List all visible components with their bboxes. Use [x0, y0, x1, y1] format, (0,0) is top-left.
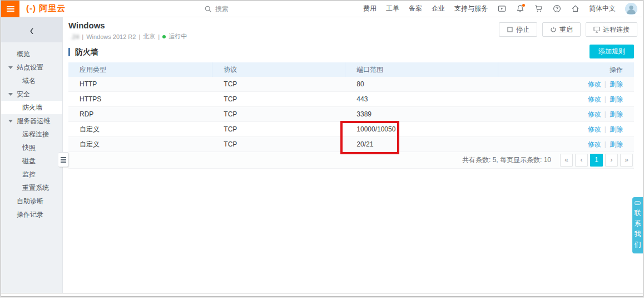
topnav-tickets[interactable]: 工单 — [386, 4, 399, 13]
sidebar-item-snapshot[interactable]: 快照 — [1, 141, 62, 154]
table-row-rdp: RDP TCP 3389 修改 | 删除 — [68, 107, 634, 122]
notifications-bell-icon[interactable] — [516, 4, 524, 13]
restart-button[interactable]: 重启 — [542, 22, 581, 37]
console-icon[interactable] — [497, 4, 506, 13]
sidebar-group-site-settings[interactable]: 站点设置 — [1, 61, 62, 74]
sidebar-item-reset-system[interactable]: 重置系统 — [1, 181, 62, 194]
pagination-last-button[interactable]: » — [620, 154, 633, 167]
instance-os: Windows 2012 R2 — [86, 33, 136, 40]
instance-region: 北京 — [143, 32, 155, 41]
table-header-row: 应用类型 协议 端口范围 操作 — [68, 62, 634, 77]
table-row-https: HTTPS TCP 443 修改 | 删除 — [68, 92, 634, 107]
delete-link[interactable]: 删除 — [610, 125, 623, 134]
status-running-dot-icon — [162, 35, 166, 38]
column-header-protocol: 协议 — [212, 62, 345, 77]
aliyun-logo[interactable]: (-) 阿里云 — [26, 3, 66, 14]
subtitle-separator: | — [158, 33, 160, 40]
topnav-support[interactable]: 支持与服务 — [454, 4, 488, 13]
column-header-actions: 操作 — [498, 62, 634, 77]
action-divider: | — [605, 95, 606, 103]
table-row-http: HTTP TCP 80 修改 | 删除 — [68, 77, 634, 92]
topnav-billing[interactable]: 费用 — [363, 4, 377, 13]
table-footer: 共有条数: 5, 每页显示条数: 10 « ‹ 1 › » — [68, 152, 634, 169]
instance-subtitle: .24 | Windows 2012 R2 | 北京 | 运行中 — [71, 32, 187, 41]
column-header-port-range: 端口范围 — [345, 62, 498, 77]
cell-actions: 修改 | 删除 — [498, 77, 634, 91]
action-divider: | — [605, 80, 606, 88]
cell-actions: 修改 | 删除 — [498, 137, 634, 152]
sidebar-group-security[interactable]: 安全 — [1, 87, 62, 101]
contact-us-tab[interactable]: 联 系 我 们 — [632, 197, 643, 253]
cell-protocol: TCP — [212, 77, 345, 91]
notification-badge-dot — [522, 4, 525, 7]
add-rule-button[interactable]: 添加规则 — [589, 45, 634, 58]
cell-protocol: TCP — [212, 92, 345, 106]
global-search-input[interactable]: 搜索 — [205, 1, 229, 17]
cell-protocol: TCP — [212, 107, 345, 121]
modify-link[interactable]: 修改 — [588, 140, 601, 149]
instance-title: Windows — [68, 21, 105, 30]
cell-protocol: TCP — [212, 137, 345, 152]
cart-icon[interactable] — [534, 4, 543, 13]
aliyun-console-window: (-) 阿里云 搜索 费用 工单 备案 企业 支持与服务 — [1, 0, 643, 297]
instance-actions: 停止 重启 远程连接 — [499, 22, 637, 37]
sidebar-group-server-ops[interactable]: 服务器运维 — [1, 114, 62, 128]
main-content: 防火墙 添加规则 应用类型 协议 端口范围 操作 HTTP TCP 80 修改 … — [63, 42, 643, 293]
user-avatar[interactable] — [625, 3, 637, 15]
modify-link[interactable]: 修改 — [588, 95, 601, 104]
sidebar-item-operation-log[interactable]: 操作记录 — [1, 208, 62, 221]
sidebar-item-firewall[interactable]: 防火墙 — [1, 101, 62, 114]
cell-app-type: RDP — [68, 107, 212, 121]
help-icon[interactable] — [552, 4, 561, 13]
home-icon[interactable] — [571, 4, 579, 13]
chevron-left-icon: ‹ — [30, 23, 34, 37]
modify-link[interactable]: 修改 — [588, 125, 601, 134]
sidebar-item-remote-connection[interactable]: 远程连接 — [1, 128, 62, 141]
action-divider: | — [605, 110, 606, 118]
cell-port-range: 20/21 — [345, 137, 498, 152]
caret-down-icon — [8, 120, 13, 123]
delete-link[interactable]: 删除 — [610, 140, 623, 149]
subtitle-separator: | — [82, 33, 83, 40]
delete-link[interactable]: 删除 — [610, 95, 623, 104]
sidebar-item-monitoring[interactable]: 监控 — [1, 168, 62, 181]
table-row-custom-2: 自定义 TCP 20/21 修改 | 删除 — [68, 137, 634, 152]
sidebar-item-overview[interactable]: 概览 — [1, 47, 62, 61]
topnav-enterprise[interactable]: 企业 — [432, 4, 445, 13]
pagination-page-1-button[interactable]: 1 — [590, 154, 603, 167]
sidebar-item-disk[interactable]: 磁盘 — [1, 154, 62, 168]
instance-ip-redacted: .24 — [71, 33, 79, 40]
instance-status: 运行中 — [169, 32, 187, 41]
cell-protocol: TCP — [212, 122, 345, 136]
pagination-first-button[interactable]: « — [560, 154, 573, 167]
sidebar-nav: 概览 站点设置 域名 安全 防火墙 服务器运维 远程连接 快照 磁盘 监控 重置… — [1, 42, 62, 221]
sidebar-collapse-back-button[interactable]: ‹ — [1, 17, 62, 42]
delete-link[interactable]: 删除 — [610, 110, 623, 119]
topbar: (-) 阿里云 搜索 费用 工单 备案 企业 支持与服务 — [1, 1, 643, 17]
topnav-icp[interactable]: 备案 — [409, 4, 422, 13]
cell-actions: 修改 | 删除 — [498, 92, 634, 106]
cell-app-type: 自定义 — [68, 137, 212, 152]
sidebar-drag-handle[interactable] — [58, 152, 68, 167]
language-selector[interactable]: 简体中文 — [589, 4, 616, 13]
pagination-next-button[interactable]: › — [605, 154, 618, 167]
sidebar: ‹ 概览 站点设置 域名 安全 防火墙 服务器运维 远程连接 快照 磁盘 监控 … — [1, 17, 63, 293]
topnav: 费用 工单 备案 企业 支持与服务 简体中文 — [363, 3, 643, 15]
cell-port-range: 80 — [345, 77, 498, 91]
modify-link[interactable]: 修改 — [588, 110, 601, 119]
cell-actions: 修改 | 删除 — [498, 107, 634, 121]
action-divider: | — [605, 125, 606, 133]
cell-port-range: 3389 — [345, 107, 498, 121]
subtitle-separator: | — [138, 33, 140, 40]
modify-link[interactable]: 修改 — [588, 80, 601, 89]
hamburger-menu-button[interactable] — [1, 1, 19, 17]
delete-link[interactable]: 删除 — [610, 80, 623, 89]
sidebar-item-domain[interactable]: 域名 — [1, 74, 62, 87]
stop-button[interactable]: 停止 — [499, 22, 537, 37]
sidebar-item-self-diagnosis[interactable]: 自助诊断 — [1, 194, 62, 208]
pagination-summary: 共有条数: 5, 每页显示条数: 10 — [462, 155, 551, 165]
pagination-prev-button[interactable]: ‹ — [575, 154, 588, 167]
monitor-icon — [593, 26, 600, 33]
remote-connect-button[interactable]: 远程连接 — [586, 22, 637, 37]
power-icon — [550, 26, 557, 33]
